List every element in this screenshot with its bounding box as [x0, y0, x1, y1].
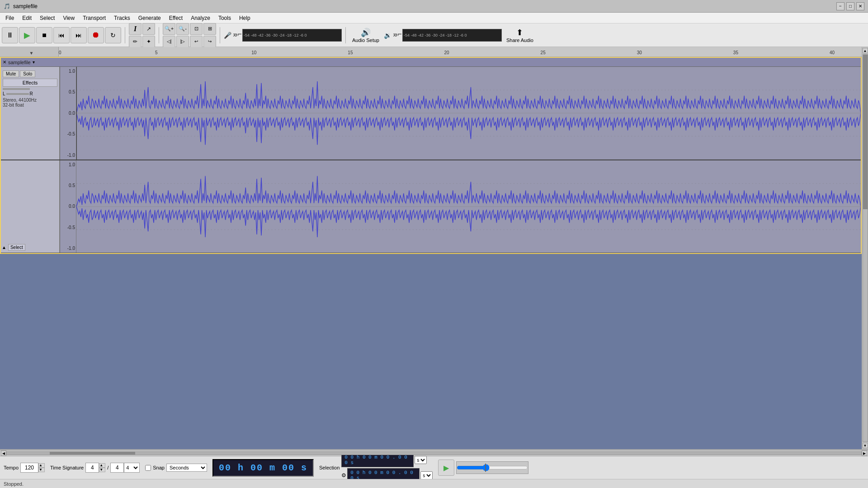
zoom-in-btn[interactable]: 🔍+	[163, 23, 175, 35]
loop-button[interactable]: ↻	[105, 27, 121, 43]
ruler-40: 40	[830, 50, 835, 55]
main-area: ▼ 0 5 10 15 20 25 30 35 40 ✕	[0, 47, 868, 449]
tempo-down-btn[interactable]: ▼	[38, 468, 45, 472]
menubar: FileEditSelectViewTransportTracksGenerat…	[0, 13, 868, 23]
time-sig-den-select[interactable]: 4 8 16	[124, 463, 140, 473]
stop-button[interactable]: ■	[36, 27, 52, 43]
tool-group: I ↗ ✏ ✦	[129, 23, 155, 47]
waveform-lower[interactable]: 1.0 0.5 0.0 -0.5 -1.0	[60, 160, 861, 253]
tool-row-2: ✏ ✦	[129, 36, 155, 47]
play-button[interactable]: ▶	[19, 27, 35, 43]
tempo-section: Tempo ▲ ▼	[4, 463, 45, 473]
time-sig-label: Time Signature	[50, 465, 84, 470]
undo-btn[interactable]: ↩	[190, 36, 203, 47]
menu-item-tools[interactable]: Tools	[215, 14, 235, 22]
ruler-25: 25	[541, 50, 546, 55]
toolbar: ⏸ ▶ ■ ⏮ ⏭ ⏺ ↻ I ↗ ✏ ✦ 🔍+ 🔍- ⊡ ⊞ ◁| |▷ ↩	[0, 23, 868, 47]
menu-item-help[interactable]: Help	[236, 14, 254, 22]
menu-item-edit[interactable]: Edit	[19, 14, 35, 22]
mute-button[interactable]: Mute	[3, 70, 19, 77]
select-button[interactable]: Select	[8, 244, 25, 251]
effects-button[interactable]: Effects	[3, 79, 57, 87]
app-icon: 🎵	[4, 3, 10, 9]
menu-item-file[interactable]: File	[2, 14, 18, 22]
waveform-upper[interactable]: 1.0 0.5 0.0 -0.5 -1.0	[60, 67, 861, 160]
scroll-down-btn[interactable]: ▼	[863, 443, 868, 448]
scroll-thumb-h[interactable]	[50, 452, 135, 455]
select-tool-btn[interactable]: I	[129, 23, 142, 35]
track-panel: ✕ samplefile ▾ Mute Solo Effects	[0, 57, 862, 254]
snap-unit-select[interactable]: Seconds Bars Beats	[166, 464, 207, 472]
record-button[interactable]: ⏺	[88, 27, 104, 43]
audio-setup-button[interactable]: 🔊 Audio Setup	[349, 27, 382, 44]
prev-button[interactable]: ⏮	[53, 27, 70, 43]
ts-num-up[interactable]: ▲	[99, 463, 105, 468]
vertical-scrollbar[interactable]: ▲ ▼	[862, 47, 868, 449]
app-title: samplefile	[13, 3, 38, 9]
audio-setup-icon: 🔊	[361, 28, 371, 38]
waveform-svg-upper	[76, 67, 861, 160]
y-label-neg1-0: -1.0	[67, 153, 75, 158]
pan-slider[interactable]	[6, 93, 29, 95]
menu-item-generate[interactable]: Generate	[135, 14, 165, 22]
envelope-tool-btn[interactable]: ↗	[142, 23, 155, 35]
multi-tool-btn[interactable]: ✦	[142, 36, 155, 47]
zoom-fit-btn[interactable]: ⊞	[203, 23, 216, 35]
ts-num-down[interactable]: ▼	[99, 468, 105, 472]
menu-item-view[interactable]: View	[59, 14, 78, 22]
close-track-icon[interactable]: ✕	[3, 60, 6, 65]
scroll-track-h[interactable]	[6, 451, 862, 455]
menu-item-effect[interactable]: Effect	[165, 14, 186, 22]
tempo-up-btn[interactable]: ▲	[38, 463, 45, 468]
time-sig-num-input[interactable]	[85, 463, 99, 473]
track-dropdown-icon[interactable]: ▾	[33, 60, 35, 65]
lr-label-in: LR	[232, 33, 241, 37]
restore-button[interactable]: □	[846, 2, 854, 10]
draw-tool-btn[interactable]: ✏	[129, 36, 142, 47]
solo-button[interactable]: Solo	[20, 70, 35, 77]
menu-item-select[interactable]: Select	[36, 14, 58, 22]
share-audio-button[interactable]: ⬆ Share Audio	[504, 27, 536, 44]
next-button[interactable]: ⏭	[71, 27, 87, 43]
time-sig-den-input[interactable]	[110, 463, 124, 473]
playback-slider[interactable]	[457, 464, 528, 471]
pause-button[interactable]: ⏸	[2, 27, 18, 43]
tempo-label: Tempo	[4, 465, 19, 470]
sel-end-unit[interactable]: s	[420, 471, 433, 479]
horizontal-scrollbar[interactable]: ◀ ▶	[0, 450, 868, 456]
y-label-1-0: 1.0	[69, 69, 75, 74]
time-sig-section: Time Signature ▲ ▼ / 4 8 16	[50, 463, 140, 473]
selection-section: Selection 0 0 h 0 0 m 0 0 . 0 0 0 s s ⚙ …	[319, 453, 433, 483]
menu-item-transport[interactable]: Transport	[79, 14, 109, 22]
output-meter-area: 🔉 LR -54 -48 -42 -36 -30 -24 -18 -12 -6 …	[384, 27, 502, 43]
track-area: ▼ 0 5 10 15 20 25 30 35 40 ✕	[0, 47, 862, 449]
collapse-icon[interactable]: ▲	[1, 244, 7, 251]
scroll-right-btn[interactable]: ▶	[862, 450, 867, 456]
ruler-row: ▼ 0 5 10 15 20 25 30 35 40	[0, 47, 862, 57]
menu-item-analyze[interactable]: Analyze	[187, 14, 214, 22]
playhead-upper	[76, 67, 77, 160]
close-button[interactable]: ✕	[856, 2, 864, 10]
snap-checkbox[interactable]	[145, 465, 151, 471]
timecode-display: 00 h 00 m 00 s	[212, 459, 314, 477]
scroll-thumb-v[interactable]	[863, 55, 868, 209]
status-bar: Stopped.	[0, 479, 868, 488]
track-info: Stereo, 44100Hz 32-bit float	[3, 98, 57, 108]
zoom-out-btn[interactable]: 🔍-	[176, 23, 189, 35]
scroll-up-btn[interactable]: ▲	[863, 48, 868, 53]
scroll-track-v[interactable]	[863, 54, 868, 442]
trim-l-btn[interactable]: ◁|	[163, 36, 175, 47]
trim-r-btn[interactable]: |▷	[176, 36, 189, 47]
zoom-sel-btn[interactable]: ⊡	[190, 23, 203, 35]
scroll-left-btn[interactable]: ◀	[1, 450, 6, 456]
minimize-button[interactable]: −	[836, 2, 844, 10]
ruler-30: 30	[637, 50, 642, 55]
playback-play-btn[interactable]: ▶	[438, 460, 454, 476]
redo-btn[interactable]: ↪	[203, 36, 216, 47]
menu-item-tracks[interactable]: Tracks	[110, 14, 134, 22]
ruler-5: 5	[155, 50, 158, 55]
sel-start-unit[interactable]: s	[415, 456, 427, 464]
tempo-input[interactable]	[20, 463, 38, 473]
sel-settings-icon[interactable]: ⚙	[341, 472, 346, 479]
gain-slider[interactable]	[3, 88, 30, 90]
